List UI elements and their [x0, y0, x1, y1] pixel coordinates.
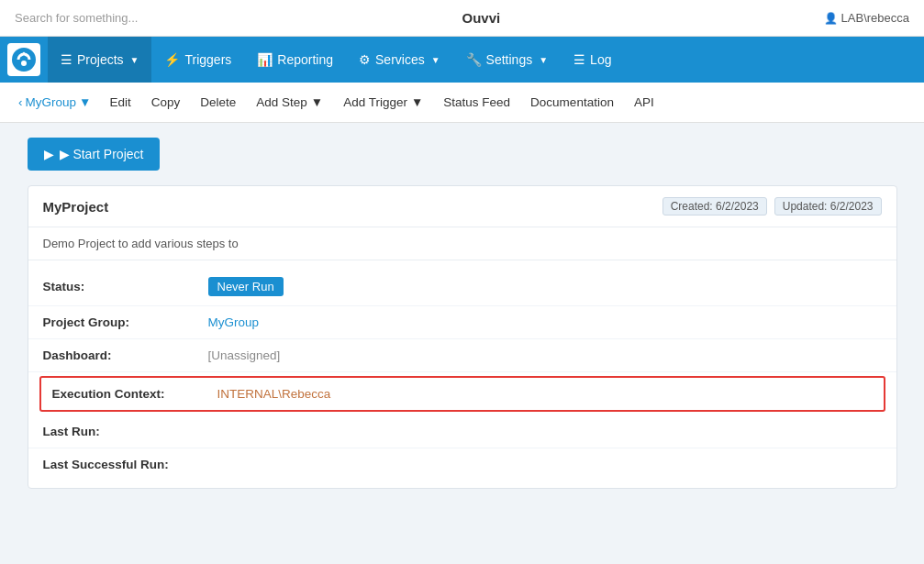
group-value[interactable]: MyGroup: [208, 315, 260, 329]
copy-label: Copy: [151, 95, 181, 109]
sub-nav-api[interactable]: API: [625, 83, 663, 123]
reporting-icon: 📊: [257, 52, 273, 67]
triggers-label: Triggers: [184, 52, 231, 67]
start-button-label: ▶ Start Project: [60, 147, 144, 161]
search-placeholder[interactable]: Search for something...: [15, 11, 138, 25]
svg-point-0: [12, 48, 36, 72]
details-table: Status: Never Run Project Group: MyGroup…: [28, 260, 896, 488]
nav-item-projects[interactable]: ☰ Projects ▼: [48, 37, 151, 83]
sub-nav-add-step[interactable]: Add Step ▼: [247, 83, 332, 123]
project-title: MyProject: [43, 199, 109, 215]
projects-chevron: ▼: [130, 55, 139, 65]
add-trigger-label: Add Trigger: [343, 95, 407, 109]
dashboard-label: Dashboard:: [43, 348, 208, 362]
nav-item-settings[interactable]: 🔧 Settings ▼: [453, 37, 562, 83]
services-label: Services: [375, 52, 425, 67]
services-icon: ⚙: [359, 52, 371, 67]
nav-item-log[interactable]: ☰ Log: [561, 37, 624, 83]
lastsuccessful-row: Last Successful Run:: [28, 448, 896, 481]
nav-item-reporting[interactable]: 📊 Reporting: [244, 37, 346, 83]
start-project-button[interactable]: ▶ ▶ Start Project: [28, 138, 161, 171]
sub-nav: ‹ MyGroup ▼ Edit Copy Delete Add Step ▼ …: [0, 83, 924, 123]
settings-label: Settings: [486, 52, 533, 67]
api-label: API: [634, 95, 654, 109]
top-bar: Search for something... Ouvvi LAB\rebecc…: [0, 0, 924, 37]
add-trigger-chevron: ▼: [411, 95, 423, 109]
log-icon: ☰: [573, 52, 585, 67]
context-row: Execution Context: INTERNAL\Rebecca: [39, 376, 885, 412]
dashboard-row: Dashboard: [Unassigned]: [28, 339, 896, 372]
status-badge: Never Run: [208, 277, 284, 296]
project-card: MyProject Created: 6/2/2023 Updated: 6/2…: [28, 185, 897, 489]
status-row: Status: Never Run: [28, 268, 896, 306]
nav-item-services[interactable]: ⚙ Services ▼: [346, 37, 453, 83]
status-label: Status:: [43, 280, 208, 293]
main-nav: ☰ Projects ▼ ⚡ Triggers 📊 Reporting ⚙ Se…: [0, 37, 924, 83]
play-icon: ▶: [44, 147, 54, 161]
lastsuccessful-label: Last Successful Run:: [43, 458, 208, 471]
updated-badge: Updated: 6/2/2023: [774, 197, 882, 216]
sub-nav-group[interactable]: ‹ MyGroup ▼: [11, 83, 98, 123]
group-row: Project Group: MyGroup: [28, 306, 896, 339]
status-feed-label: Status Feed: [443, 95, 510, 109]
sub-nav-delete[interactable]: Delete: [191, 83, 245, 123]
project-description: Demo Project to add various steps to: [28, 227, 896, 260]
reporting-label: Reporting: [277, 52, 333, 67]
add-step-chevron: ▼: [311, 95, 323, 109]
sub-nav-status-feed[interactable]: Status Feed: [434, 83, 519, 123]
documentation-label: Documentation: [530, 95, 614, 109]
svg-point-1: [21, 61, 27, 66]
nav-item-triggers[interactable]: ⚡ Triggers: [151, 37, 244, 83]
sub-nav-copy[interactable]: Copy: [142, 83, 190, 123]
settings-chevron: ▼: [539, 55, 548, 65]
context-label: Execution Context:: [52, 387, 217, 401]
projects-icon: ☰: [61, 52, 72, 67]
app-logo: [7, 43, 40, 76]
group-field-label: Project Group:: [43, 315, 208, 329]
chevron-down-icon: ▼: [79, 95, 91, 109]
log-label: Log: [590, 52, 611, 67]
created-badge: Created: 6/2/2023: [662, 197, 767, 216]
lastrun-row: Last Run:: [28, 415, 896, 448]
project-meta: Created: 6/2/2023 Updated: 6/2/2023: [662, 197, 882, 216]
sub-nav-add-trigger[interactable]: Add Trigger ▼: [334, 83, 432, 123]
edit-label: Edit: [109, 95, 130, 109]
context-value: INTERNAL\Rebecca: [217, 387, 331, 401]
lastrun-label: Last Run:: [43, 425, 208, 438]
add-step-label: Add Step: [256, 95, 307, 109]
sub-nav-documentation[interactable]: Documentation: [521, 83, 623, 123]
settings-icon: 🔧: [466, 52, 482, 67]
project-card-header: MyProject Created: 6/2/2023 Updated: 6/2…: [28, 186, 896, 227]
projects-label: Projects: [77, 52, 124, 67]
dashboard-value: [Unassigned]: [208, 348, 281, 362]
user-label: LAB\rebecca: [824, 11, 909, 25]
group-label: MyGroup: [26, 95, 77, 109]
main-content: ▶ ▶ Start Project MyProject Created: 6/2…: [13, 123, 912, 514]
app-title: Ouvvi: [462, 10, 500, 26]
sub-nav-edit[interactable]: Edit: [100, 83, 139, 123]
triggers-icon: ⚡: [164, 52, 180, 67]
delete-label: Delete: [200, 95, 236, 109]
chevron-left-icon: ‹: [18, 95, 23, 109]
services-chevron: ▼: [431, 55, 440, 65]
